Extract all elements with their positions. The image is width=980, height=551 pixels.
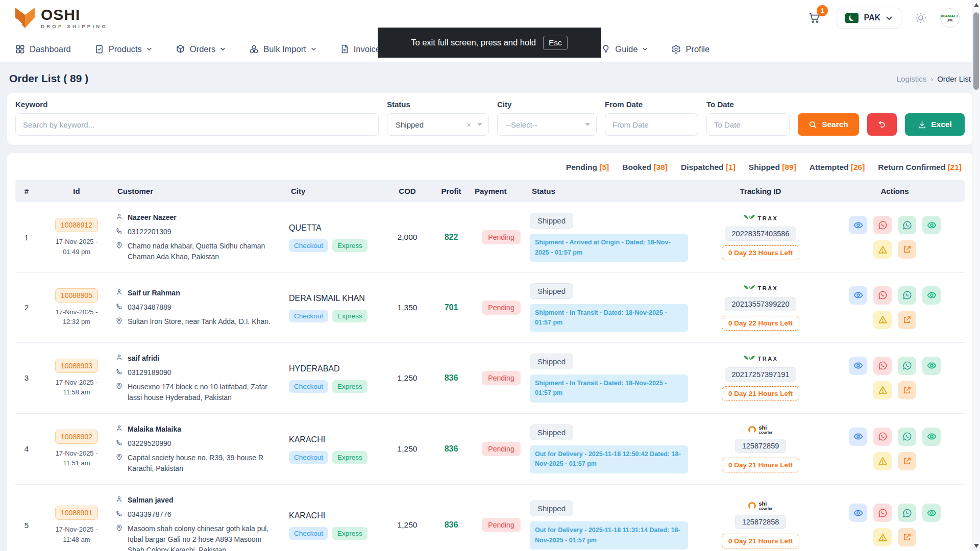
tracking-number[interactable]: 125872858 <box>735 515 787 529</box>
view-order-button[interactable] <box>849 216 867 234</box>
customer-name: Saif ur Rahman <box>128 288 180 298</box>
whatsapp-message-button[interactable] <box>898 357 916 375</box>
payment-status-badge: Pending <box>482 371 520 385</box>
report-issue-button[interactable] <box>873 381 892 399</box>
phone-icon <box>115 227 123 237</box>
report-issue-button[interactable] <box>873 452 892 470</box>
eye-icon <box>927 361 937 370</box>
track-shipment-button[interactable] <box>922 504 941 522</box>
status-tab[interactable]: Booked [38] <box>622 163 668 172</box>
express-tag[interactable]: Express <box>332 380 368 393</box>
eye-icon <box>927 508 937 518</box>
order-id-badge[interactable]: 10088912 <box>55 218 98 232</box>
report-issue-button[interactable] <box>873 528 892 546</box>
user-avatar[interactable]: 804MALL .PK <box>940 8 960 28</box>
open-external-button[interactable] <box>898 240 916 259</box>
time-left-badge: 0 Day 21 Hours Left <box>722 534 799 548</box>
whatsapp-message-button[interactable] <box>898 428 916 446</box>
nav-item-guide[interactable]: Guide <box>601 44 648 54</box>
whatsapp-message-button[interactable] <box>898 504 916 522</box>
checkout-tag[interactable]: Checkout <box>289 527 328 540</box>
open-external-button[interactable] <box>898 528 916 546</box>
checkout-tag[interactable]: Checkout <box>289 380 328 393</box>
status-tab[interactable]: Pending [5] <box>566 163 609 172</box>
reset-button[interactable] <box>867 113 897 136</box>
carrier-name: TRAX <box>758 285 778 291</box>
express-tag[interactable]: Express <box>332 310 368 322</box>
whatsapp-alert-button[interactable] <box>873 216 892 234</box>
cod-amount: 2,000 <box>385 233 430 242</box>
open-external-button[interactable] <box>898 381 916 399</box>
carrier-name: TRAX <box>758 215 778 221</box>
search-button[interactable]: Search <box>798 113 859 136</box>
report-issue-button[interactable] <box>873 311 892 329</box>
whatsapp-message-button[interactable] <box>898 286 916 305</box>
theme-toggle-sun-icon[interactable] <box>915 12 927 24</box>
order-id-badge[interactable]: 10088905 <box>55 288 98 303</box>
status-tab[interactable]: Dispatched [1] <box>681 163 736 172</box>
clear-status-icon[interactable]: × <box>467 120 471 129</box>
bulk-import-boxes-icon <box>249 44 259 54</box>
nav-item-bulk-import[interactable]: Bulk Import <box>249 44 316 54</box>
filter-bar: Keyword Status Shipped × City --Select--… <box>7 93 973 145</box>
report-issue-button[interactable] <box>873 240 892 259</box>
nav-item-profile[interactable]: Profile <box>671 44 709 54</box>
tracking-number[interactable]: 20213557399220 <box>725 297 797 311</box>
nav-item-orders[interactable]: Orders <box>176 44 226 54</box>
track-shipment-button[interactable] <box>922 286 941 305</box>
checkout-tag[interactable]: Checkout <box>289 310 328 322</box>
scroll-up-arrow-icon[interactable] <box>974 3 979 7</box>
status-tab[interactable]: Return Confirmed [21] <box>878 163 962 172</box>
express-tag[interactable]: Express <box>332 239 368 252</box>
external-link-icon <box>902 457 912 466</box>
from-date-input[interactable] <box>605 113 698 136</box>
view-order-button[interactable] <box>849 504 867 522</box>
page-scrollbar[interactable] <box>972 0 980 551</box>
status-tab[interactable]: Attempted [26] <box>810 163 865 172</box>
express-tag[interactable]: Express <box>332 451 368 464</box>
cart-button[interactable]: 1 <box>806 9 823 27</box>
view-order-button[interactable] <box>849 357 867 375</box>
order-id-badge[interactable]: 10088902 <box>55 430 98 444</box>
nav-item-products[interactable]: Products <box>94 44 152 54</box>
row-index: 3 <box>15 373 38 382</box>
products-box-icon <box>94 44 104 54</box>
brand-logo[interactable]: OSHI DROP SHIPPING <box>14 7 108 29</box>
whatsapp-alert-button[interactable] <box>873 286 892 305</box>
order-id-badge[interactable]: 10088901 <box>55 506 98 520</box>
checkout-tag[interactable]: Checkout <box>289 451 328 464</box>
tracking-number[interactable]: 125872859 <box>735 439 787 453</box>
nav-item-dashboard[interactable]: Dashboard <box>15 44 71 54</box>
whatsapp-message-button[interactable] <box>898 216 916 234</box>
lightbulb-icon <box>601 44 610 54</box>
status-select[interactable]: Shipped × <box>387 113 489 136</box>
tracking-number[interactable]: 20228357403586 <box>725 227 797 241</box>
location-pin-icon <box>115 523 123 551</box>
scroll-down-arrow-icon[interactable] <box>974 544 979 548</box>
view-order-button[interactable] <box>849 286 867 305</box>
view-order-button[interactable] <box>849 428 867 446</box>
col-header-customer: Customer <box>115 187 289 195</box>
tracking-number[interactable]: 20217257397191 <box>725 367 797 382</box>
checkout-tag[interactable]: Checkout <box>289 239 328 252</box>
breadcrumb-parent[interactable]: Logistics <box>897 74 926 83</box>
keyword-search-input[interactable] <box>15 113 379 136</box>
whatsapp-icon <box>878 432 888 441</box>
status-tab[interactable]: Shipped [89] <box>749 163 796 172</box>
order-id-badge[interactable]: 10088903 <box>55 359 98 373</box>
whatsapp-alert-button[interactable] <box>873 428 892 446</box>
whatsapp-alert-button[interactable] <box>873 504 892 522</box>
open-external-button[interactable] <box>898 311 916 329</box>
country-selector[interactable]: PAK <box>837 8 901 29</box>
eye-icon <box>853 361 863 370</box>
to-date-input[interactable] <box>706 113 790 136</box>
city-select[interactable]: --Select-- <box>497 113 597 136</box>
scrollbar-thumb[interactable] <box>973 12 979 90</box>
track-shipment-button[interactable] <box>922 216 941 234</box>
excel-export-button[interactable]: Excel <box>905 113 965 136</box>
whatsapp-alert-button[interactable] <box>873 357 892 375</box>
express-tag[interactable]: Express <box>332 527 368 540</box>
open-external-button[interactable] <box>898 452 916 470</box>
track-shipment-button[interactable] <box>922 428 941 446</box>
track-shipment-button[interactable] <box>922 357 941 375</box>
